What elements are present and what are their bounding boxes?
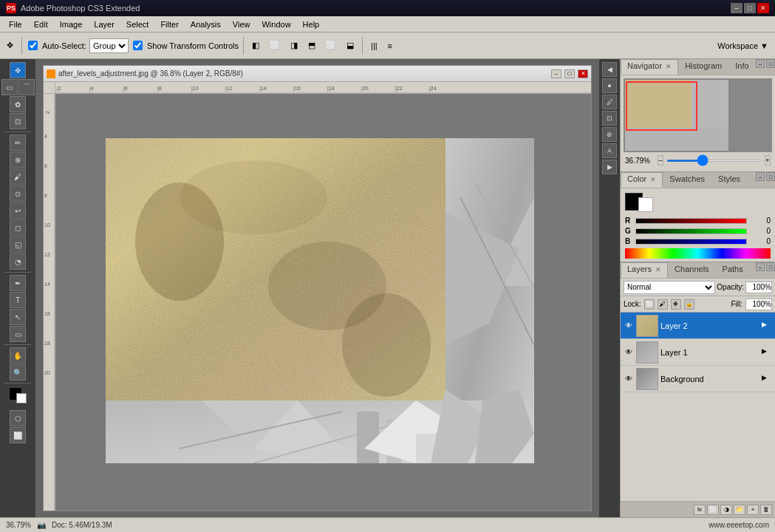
dodge-tool[interactable]: ◔ xyxy=(10,253,26,270)
type-tool[interactable]: T xyxy=(10,292,26,308)
navigator-tab-close[interactable]: ✕ xyxy=(666,63,672,70)
layer-2-visibility[interactable]: 👁 xyxy=(624,321,634,331)
menu-image[interactable]: Image xyxy=(54,18,89,30)
show-transform-checkbox[interactable] xyxy=(133,41,143,50)
green-slider[interactable] xyxy=(635,228,747,234)
minimize-button[interactable]: – xyxy=(731,3,742,13)
lasso-tool[interactable]: ⌒ xyxy=(18,79,35,95)
lock-position-icon[interactable]: ✥ xyxy=(671,299,681,310)
panel-collapse-btn[interactable]: – xyxy=(756,59,765,68)
auto-select-dropdown[interactable]: Group Layer xyxy=(89,38,129,53)
layer-2-options[interactable]: ▶ xyxy=(762,321,772,331)
menu-filter[interactable]: Filter xyxy=(154,18,184,30)
layer-1-visibility[interactable]: 👁 xyxy=(624,347,634,358)
eyedropper-tool[interactable]: ✏ xyxy=(10,134,26,151)
right-panel-btn-1[interactable]: ◀ xyxy=(602,62,617,77)
marquee-tool[interactable]: ▭ xyxy=(1,79,18,95)
quick-select-tool[interactable]: ✿ xyxy=(10,96,26,112)
tab-styles[interactable]: Styles xyxy=(711,172,747,188)
color-panel-expand-btn[interactable]: □ xyxy=(766,172,775,181)
tab-layers[interactable]: Layers ✕ xyxy=(621,262,668,278)
doc-close-button[interactable]: ✕ xyxy=(578,69,588,78)
align-right-button[interactable]: ◨ xyxy=(287,37,301,55)
gradient-tool[interactable]: ◱ xyxy=(10,236,26,253)
opacity-input[interactable] xyxy=(745,282,772,293)
lock-image-icon[interactable]: 🖌 xyxy=(658,299,668,310)
tab-channels[interactable]: Channels xyxy=(668,262,715,278)
menu-file[interactable]: File xyxy=(3,18,28,30)
lock-transparent-icon[interactable]: ⬜ xyxy=(644,299,655,310)
menu-window[interactable]: Window xyxy=(256,18,296,30)
delete-layer-button[interactable]: 🗑 xyxy=(760,505,772,515)
tab-info[interactable]: Info xyxy=(728,59,755,75)
layers-tab-close[interactable]: ✕ xyxy=(655,266,661,273)
tab-navigator[interactable]: Navigator ✕ xyxy=(621,59,678,75)
zoom-slider[interactable] xyxy=(666,160,762,162)
zoom-in-button[interactable]: + xyxy=(765,155,771,166)
layer-mask-button[interactable]: ⬜ xyxy=(707,505,719,515)
hand-tool[interactable]: ✋ xyxy=(10,347,26,364)
tab-color[interactable]: Color ✕ xyxy=(621,172,663,188)
align-bottom-button[interactable]: ⬓ xyxy=(343,37,358,55)
crop-tool[interactable]: ⊡ xyxy=(10,113,26,129)
layer-bg-options[interactable]: ▶ xyxy=(762,374,772,384)
color-panel-collapse-btn[interactable]: – xyxy=(756,172,765,181)
align-center-h-button[interactable]: ⬜ xyxy=(266,37,284,55)
screen-mode-tool[interactable]: ⬜ xyxy=(10,427,26,443)
clone-tool[interactable]: ⊙ xyxy=(10,185,26,202)
layer-styles-button[interactable]: fx xyxy=(694,505,706,515)
layer-item-2[interactable]: 👁 Layer 2 ▶ xyxy=(621,313,775,339)
blend-mode-dropdown[interactable]: Normal Multiply Screen Overlay xyxy=(624,281,715,294)
color-spectrum[interactable] xyxy=(625,248,771,259)
tab-paths[interactable]: Paths xyxy=(716,262,750,278)
maximize-button[interactable]: □ xyxy=(744,3,756,13)
right-panel-btn-6[interactable]: A xyxy=(602,143,617,158)
menu-analysis[interactable]: Analysis xyxy=(185,18,227,30)
history-tool[interactable]: ↩ xyxy=(10,202,26,219)
right-panel-btn-3[interactable]: 🖊 xyxy=(602,95,617,109)
right-panel-btn-5[interactable]: ⊕ xyxy=(602,127,617,142)
layer-item-1[interactable]: 👁 Layer 1 ▶ xyxy=(621,339,775,366)
lock-all-icon[interactable]: 🔒 xyxy=(684,299,694,310)
zoom-out-button[interactable]: – xyxy=(658,155,663,166)
red-slider[interactable] xyxy=(635,218,747,224)
blue-slider[interactable] xyxy=(635,239,747,245)
right-panel-btn-4[interactable]: ⊡ xyxy=(602,111,617,126)
right-panel-btn-2[interactable]: ● xyxy=(602,78,617,93)
new-layer-button[interactable]: + xyxy=(747,505,759,515)
workspace-button[interactable]: Workspace ▼ xyxy=(714,37,772,55)
layer-item-bg[interactable]: 👁 Background ▶ xyxy=(621,366,775,392)
eraser-tool[interactable]: ◻ xyxy=(10,219,26,236)
background-color-swatch[interactable] xyxy=(16,393,27,403)
zoom-tool[interactable]: 🔍 xyxy=(10,364,26,381)
auto-select-checkbox[interactable] xyxy=(28,41,38,50)
panel-expand-btn[interactable]: □ xyxy=(766,59,775,68)
navigator-preview[interactable] xyxy=(624,78,772,152)
layers-panel-expand-btn[interactable]: □ xyxy=(766,262,775,271)
menu-select[interactable]: Select xyxy=(120,18,155,30)
menu-view[interactable]: View xyxy=(227,18,256,30)
align-top-button[interactable]: ⬒ xyxy=(304,37,319,55)
color-tab-close[interactable]: ✕ xyxy=(650,176,656,183)
brush-tool[interactable]: 🖌 xyxy=(10,168,26,185)
move-tool-button[interactable]: ✥ xyxy=(3,37,17,55)
path-select-tool[interactable]: ↖ xyxy=(10,309,26,325)
layers-panel-collapse-btn[interactable]: – xyxy=(756,262,765,271)
distribute-v-button[interactable]: ≡ xyxy=(384,37,396,55)
layer-bg-visibility[interactable]: 👁 xyxy=(624,374,634,384)
layer-group-button[interactable]: 📁 xyxy=(734,505,745,515)
menu-layer[interactable]: Layer xyxy=(88,18,120,30)
fill-input[interactable] xyxy=(745,299,772,310)
distribute-h-button[interactable]: ||| xyxy=(367,37,381,55)
shape-tool[interactable]: ▭ xyxy=(10,326,26,342)
pen-tool[interactable]: ✒ xyxy=(10,275,26,291)
background-swatch[interactable] xyxy=(638,197,653,212)
canvas-content[interactable] xyxy=(55,94,591,511)
layer-1-options[interactable]: ▶ xyxy=(762,347,772,358)
doc-maximize-button[interactable]: □ xyxy=(564,69,575,78)
menu-help[interactable]: Help xyxy=(297,18,326,30)
layer-adjustment-button[interactable]: ◑ xyxy=(720,505,732,515)
close-button[interactable]: ✕ xyxy=(757,3,769,13)
align-left-button[interactable]: ◧ xyxy=(248,37,263,55)
move-tool[interactable]: ✥ xyxy=(10,62,26,78)
